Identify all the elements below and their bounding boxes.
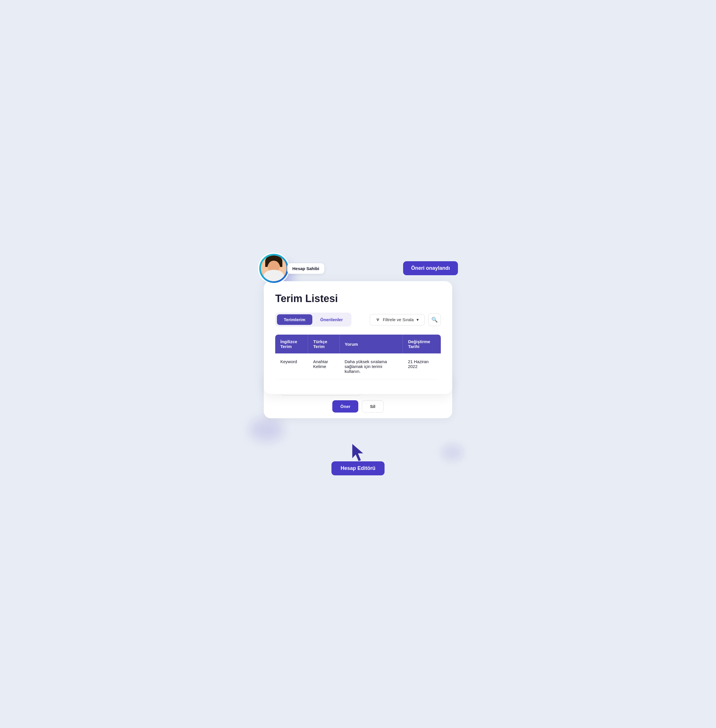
suggest-button[interactable]: Öner	[332, 400, 358, 413]
editor-badge: Hesap Editörü	[331, 461, 385, 475]
tabs-row: Terimlerim Önerilenler ⛛ Filtrele ve Sır…	[275, 312, 441, 327]
chevron-down-icon: ▾	[417, 317, 419, 322]
col-header-date: Değiştirme Tarihi	[403, 335, 441, 353]
search-button[interactable]: 🔍	[428, 314, 441, 326]
col-header-english: İngilizce Terim	[275, 335, 308, 353]
approval-badge: Öneri onaylandı	[403, 261, 458, 275]
cell-comment: Daha yüksek sıralama sağlamak için terim…	[340, 353, 403, 380]
filter-group: ⛛ Filtrele ve Sırala ▾ 🔍	[370, 314, 441, 326]
col-header-turkish: Türkçe Terim	[308, 335, 340, 353]
tabs-group: Terimlerim Önerilenler	[275, 312, 352, 327]
action-buttons: Öner Sil	[272, 400, 444, 413]
account-owner-bubble: Hesap Sahibi	[258, 253, 324, 284]
delete-button[interactable]: Sil	[362, 400, 384, 413]
terms-table: İngilizce Terim Türkçe Terim Yorum Değiş…	[275, 335, 441, 380]
cursor-icon	[349, 443, 367, 463]
svg-marker-7	[352, 444, 363, 461]
search-icon: 🔍	[431, 317, 438, 323]
card-title: Terim Listesi	[275, 293, 441, 305]
account-owner-label: Hesap Sahibi	[287, 263, 324, 274]
svg-point-4	[271, 265, 272, 267]
filter-icon: ⛛	[376, 317, 380, 322]
main-card: Terim Listesi Terimlerim Önerilenler ⛛ F…	[264, 281, 452, 394]
tab-my-terms[interactable]: Terimlerim	[277, 314, 312, 325]
table-row: Keyword Anahtar Kelime Daha yüksek sıral…	[275, 353, 441, 380]
svg-point-5	[275, 265, 277, 267]
cell-turkish: Anahtar Kelime	[308, 353, 340, 380]
col-header-comment: Yorum	[340, 335, 403, 353]
cell-date: 21 Haziran 2022	[403, 353, 441, 380]
tab-suggestions[interactable]: Önerilenler	[314, 314, 350, 325]
decorative-blob-right	[441, 444, 464, 461]
avatar	[258, 253, 290, 284]
editor-badge-wrapper: Hesap Editörü	[331, 443, 385, 475]
decorative-blob-left	[250, 418, 284, 441]
svg-point-6	[265, 273, 282, 281]
cell-english: Keyword	[275, 353, 308, 380]
svg-point-3	[267, 261, 280, 274]
filter-sort-button[interactable]: ⛛ Filtrele ve Sırala ▾	[370, 314, 425, 326]
filter-label: Filtrele ve Sırala	[383, 317, 414, 322]
